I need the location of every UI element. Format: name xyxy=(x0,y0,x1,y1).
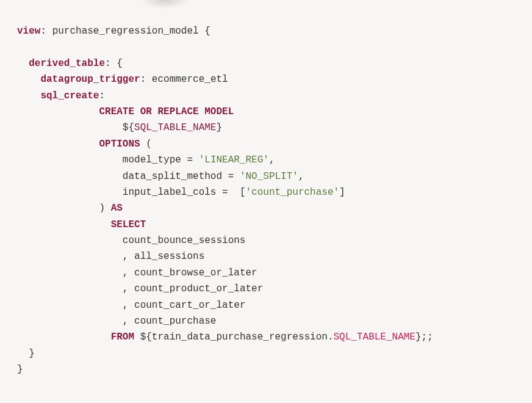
view-name: purchase_regression_model xyxy=(52,26,199,37)
brace-close: } xyxy=(216,122,222,133)
select-col-2: all_sessions xyxy=(134,251,204,262)
select-col-6: count_purchase xyxy=(134,316,216,327)
option-input-label-key: input_label_cols xyxy=(123,187,217,198)
colon: : xyxy=(40,26,46,37)
sql-select: SELECT xyxy=(111,219,146,230)
select-col-4: count_product_or_later xyxy=(134,283,263,294)
dollar-sign: $ xyxy=(140,332,146,343)
from-table-suffix: SQL_TABLE_NAME xyxy=(334,332,415,343)
option-model-type-value: 'LINEAR_REG' xyxy=(199,154,269,165)
comma: , xyxy=(269,154,275,165)
comma: , xyxy=(123,251,129,262)
brace-close: } xyxy=(29,348,35,359)
select-col-3: count_browse_or_later xyxy=(134,267,257,278)
colon: : xyxy=(140,74,146,85)
option-input-label-value: 'count_purchase' xyxy=(245,187,339,198)
sql-as: AS xyxy=(111,203,123,214)
option-data-split-key: data_split_method xyxy=(123,171,222,182)
option-data-split-value: 'NO_SPLIT' xyxy=(240,171,298,182)
from-table-name: train_data_purchase_regression xyxy=(152,332,328,343)
sql-create-or-replace-model: CREATE OR REPLACE MODEL xyxy=(99,106,234,117)
comma: , xyxy=(123,300,129,311)
paren-close: ) xyxy=(99,203,105,214)
option-model-type-key: model_type xyxy=(123,154,181,165)
sql-from: FROM xyxy=(111,332,134,343)
colon: : xyxy=(105,58,111,69)
keyword-sql-create: sql_create xyxy=(40,90,99,101)
keyword-datagroup-trigger: datagroup_trigger xyxy=(40,74,140,85)
equals: = xyxy=(228,171,234,182)
bracket-close: ] xyxy=(339,187,345,198)
equals: = xyxy=(222,187,228,198)
comma: , xyxy=(123,283,129,294)
select-col-1: count_bounce_sessions xyxy=(123,235,246,246)
sql-options: OPTIONS xyxy=(99,139,140,150)
paren-open: ( xyxy=(146,139,152,150)
comma: , xyxy=(123,267,129,278)
brace-open: { xyxy=(128,122,134,133)
colon: : xyxy=(99,90,105,101)
dot: . xyxy=(328,332,334,343)
brace-open: { xyxy=(204,26,210,37)
brace-close: } xyxy=(415,332,422,343)
comma: , xyxy=(123,316,129,327)
datagroup-value: ecommerce_etl xyxy=(152,74,228,85)
keyword-view: view xyxy=(17,26,40,37)
brace-open: { xyxy=(146,332,152,343)
double-semicolon: ;; xyxy=(422,332,433,343)
equals: = xyxy=(187,154,193,165)
comma: , xyxy=(298,171,304,182)
keyword-derived-table: derived_table xyxy=(29,58,105,69)
code-block: view: purchase_regression_model { derive… xyxy=(0,0,532,401)
select-col-5: count_cart_or_later xyxy=(134,300,245,311)
brace-close: } xyxy=(17,364,23,375)
dollar-sign: $ xyxy=(123,122,129,133)
sql-table-name-var: SQL_TABLE_NAME xyxy=(134,122,216,133)
brace-open: { xyxy=(117,58,123,69)
